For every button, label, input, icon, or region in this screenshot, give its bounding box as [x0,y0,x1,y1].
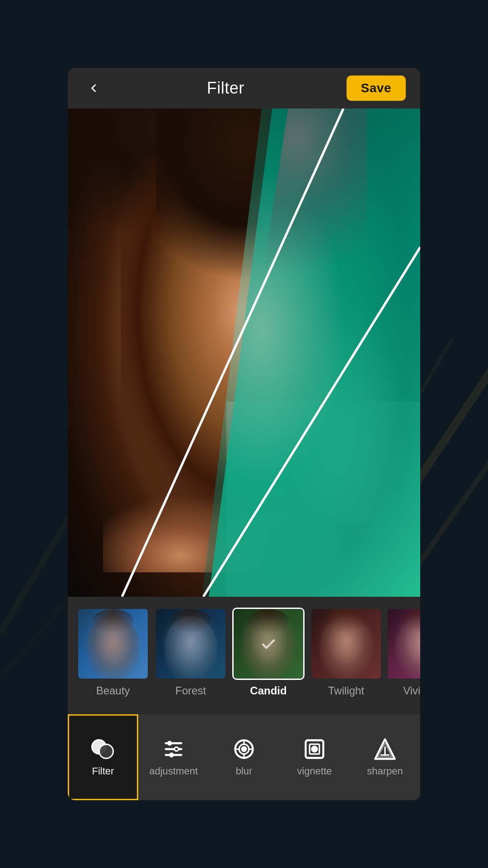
filter-thumb-beauty [77,608,149,680]
svg-point-10 [168,741,172,745]
svg-point-11 [174,747,178,751]
filter-candid-label: Candid [250,684,286,697]
filter-thumb-candid [232,608,305,680]
filter-beauty-label: Beauty [96,684,130,697]
beauty-person [87,616,139,679]
filter-forest-label: Forest [175,684,206,697]
image-preview [68,108,420,597]
toolbar-adjustment-label: adjustment [149,765,198,777]
filter-item-beauty[interactable]: Beauty [77,608,149,697]
toolbar-filter-label: Filter [92,765,114,777]
filter-beauty-img [78,609,148,679]
back-button[interactable] [82,77,105,99]
filter-twilight-label: Twilight [328,684,364,697]
svg-point-12 [169,753,174,757]
filter-vivid-label: Vivid [403,684,420,697]
sharpen-icon [373,737,397,761]
vignette-icon [303,737,326,761]
page-title: Filter [207,79,244,98]
forest-person [164,616,217,679]
app-container: Filter Save [68,68,420,800]
blur-icon [232,737,256,761]
filter-twilight-img [311,609,381,679]
filter-icon-shape [91,737,115,761]
filter-item-candid[interactable]: Candid [232,608,305,697]
filter-item-vivid[interactable]: Vivid [388,608,420,697]
candid-person [242,616,295,679]
preview-area [68,108,420,597]
toolbar: Filter adjustment [68,714,420,800]
beauty-hair [92,609,134,633]
active-checkmark [234,609,303,679]
toolbar-item-adjustment[interactable]: adjustment [138,714,209,800]
svg-point-15 [242,747,246,751]
filter-icon [91,737,115,761]
twilight-person [320,616,372,679]
vivid-person [396,616,420,679]
candid-hair [248,609,289,633]
toolbar-item-filter[interactable]: Filter [68,714,138,800]
filter-circle-2 [99,744,114,759]
adjustment-icon [162,737,185,761]
toolbar-item-blur[interactable]: blur [209,714,279,800]
filter-thumb-twilight [310,608,382,680]
filter-vivid-img [388,609,420,679]
toolbar-sharpen-label: sharpen [367,765,403,777]
twilight-hair [325,609,367,633]
toolbar-blur-label: blur [236,765,253,777]
filter-item-forest[interactable]: Forest [155,608,227,697]
svg-point-22 [312,747,317,752]
forest-hair [170,609,211,633]
filter-forest-img [156,609,225,679]
toolbar-item-vignette[interactable]: vignette [279,714,350,800]
toolbar-item-sharpen[interactable]: sharpen [350,714,420,800]
filter-strip: Beauty Forest [68,597,420,714]
filter-thumb-vivid [388,608,420,680]
filter-scroll-container: Beauty Forest [68,608,420,703]
save-button[interactable]: Save [347,75,406,101]
vivid-hair [401,609,420,633]
header: Filter Save [68,68,420,108]
filter-candid-img [234,609,303,679]
filter-item-twilight[interactable]: Twilight [310,608,382,697]
toolbar-vignette-label: vignette [297,765,332,777]
filter-thumb-forest [155,608,227,680]
